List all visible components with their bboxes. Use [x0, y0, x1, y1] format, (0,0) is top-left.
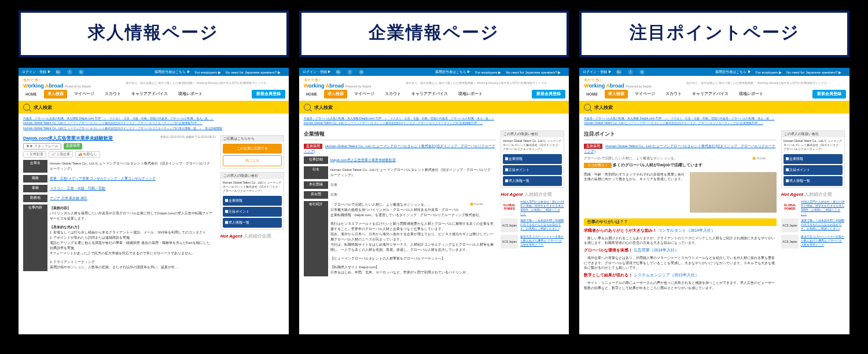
apply-button[interactable]: この仕事に応募する	[223, 144, 282, 154]
topbar: ログイン・登録 ▶ G+ f in 採用担当者はこちら ▶ For employ…	[19, 68, 289, 76]
row-occ-value[interactable]: 営業・広告/メディア営業 コンサルティング・人事コンサルティング	[47, 175, 216, 183]
joblist-button[interactable]: 求人情報一覧	[223, 218, 282, 228]
mini-page-3: ログイン・登録 ▶G+fin採用担当者はこちら ▶For employers ▶…	[579, 68, 849, 334]
hot-item[interactable]: GLOBAL POWER外国人専門の人材会社！安心の14年の実績。留学生を仕させ…	[501, 200, 564, 216]
direct-badge: 直接採用	[64, 143, 82, 149]
facebook-icon[interactable]: f	[67, 70, 72, 75]
apply-heading: ご応募はこちらから	[221, 136, 284, 142]
nav: HOME 求人検索 マイページ スカウト キャリアアドバイス 現地レポート 新規…	[19, 90, 289, 101]
title-job: 求人情報ページ	[19, 10, 289, 57]
highlight-button[interactable]: 注目ポイント	[223, 207, 282, 217]
title-company: 企業情報ページ	[299, 10, 569, 57]
mini-page-2: ログイン・登録 ▶G+fin採用担当者はこちら ▶For employers ▶…	[299, 68, 569, 334]
search-bar: 求人検索	[19, 101, 289, 114]
row-loc-label: 勤務地	[23, 195, 47, 202]
noneed-link[interactable]: No need for Japanese speakers? ▶	[226, 70, 281, 74]
row-company-label: 企業名	[23, 160, 47, 173]
human-logo: 🙂 Human	[742, 156, 777, 167]
section-heading: 企業情報	[304, 130, 496, 140]
social-icons: G+ f in	[56, 70, 89, 75]
row-loc-value[interactable]: アジア 日本 東京都 港区	[47, 195, 216, 202]
linkedin-icon[interactable]: in	[79, 70, 84, 75]
login-link[interactable]: ログイン・登録 ▶	[22, 70, 51, 75]
badge-female: ♀ 女性歓迎	[23, 151, 46, 158]
mini-page-1: ログイン・登録 ▶ G+ f in 採用担当者はこちら ▶ For employ…	[19, 68, 289, 334]
job-dates: 更新日 2019-03-01 掲載終了日 2019-08-31	[160, 135, 215, 138]
row-job-value: 【業務内容】 バイリンガル人材を採用したい外資系や日系グローバル企業に対してDa…	[47, 205, 216, 271]
hot-agent-heading: Hot Agent 人材紹介企業	[220, 233, 284, 239]
direct-tag: 直接採用	[304, 144, 322, 149]
staff-level-badge: ★★ スタッフレベル	[23, 143, 61, 149]
gplus-icon[interactable]: G+	[56, 70, 61, 75]
favorite-button[interactable]: 気になる	[223, 155, 282, 166]
job-title[interactable]: Daijob.com求人広告営業※業界未経験歓迎	[23, 135, 113, 141]
selling-text: 多くのグローバル人材がDaijobで活躍しています	[613, 163, 702, 167]
title-highlight: 注目ポイントページ	[579, 10, 849, 57]
hot-item[interactable]: ACS Japan資金広告上げのベンチャー企業から数えあげた優秀な グローバル人…	[501, 235, 564, 249]
company-link[interactable]: Human Global Talent Co., Ltd./ヒューマングローバル…	[304, 144, 495, 153]
sidebar: ご応募はこちらから この仕事に応募する 気になる この求人の取扱い会社 Huma…	[220, 135, 284, 271]
logo-area: 海外で 働く Working Abroad Powered by Daijob …	[19, 76, 289, 90]
tagline: 海外求人・海外就職など 海外で働くお仕事情報満載！ Working Abroad…	[126, 81, 269, 85]
company-info-button[interactable]: 企業情報	[223, 196, 282, 206]
badge-listed: 📈 上場企業	[49, 151, 73, 158]
search-label: 求人検索	[34, 104, 52, 111]
nav-scout[interactable]: スカウト	[101, 90, 124, 98]
employers-en[interactable]: For employers ▶	[195, 70, 221, 74]
human-logo: 🙂 Human	[459, 202, 494, 213]
register-button[interactable]: 新規会員登録	[252, 90, 285, 98]
col-job-info: 求人情報ページ ログイン・登録 ▶ G+ f in 採用担当者はこちら ▶ Fo…	[19, 10, 289, 334]
nav-search[interactable]: 求人検索	[44, 90, 67, 98]
nav-home[interactable]: HOME	[22, 90, 41, 98]
handler-company: Human Global Talent Co., Ltd./ヒューマングローバル…	[221, 179, 284, 195]
row-job-label: 仕事内容	[23, 205, 47, 271]
selling-tag: ココが売り！	[584, 163, 612, 168]
nav-report[interactable]: 現地レポート	[175, 90, 206, 98]
handler-heading: この求人の取扱い会社	[221, 173, 284, 179]
hot-item[interactable]: ACS Japan滋賀で唯一！日本語不問！外国籍の方でもものしたならお任せです。…	[501, 218, 564, 232]
sub-heading: 仕事のやりがいは？？	[584, 218, 777, 226]
row-occ-label: 職種	[23, 175, 47, 183]
row-ind-label: 業種	[23, 185, 47, 192]
col-highlight: 注目ポイントページ ログイン・登録 ▶G+fin採用担当者はこちら ▶For e…	[579, 10, 849, 334]
row-ind-value[interactable]: マスコミ・広告・出版・印刷／芸能	[47, 185, 216, 192]
employers-jp[interactable]: 採用担当者はこちら ▶	[155, 70, 190, 75]
company-intro: 🙂 Human 「グローバルで活躍したい人材に、より最適なポジションを。」 日本…	[328, 201, 496, 276]
nav-career[interactable]: キャリアアドバイス	[128, 90, 171, 98]
search-icon	[23, 104, 30, 111]
logo[interactable]: Working Abroad Powered by Daijob	[23, 83, 91, 89]
nav-mypage[interactable]: マイページ	[71, 90, 98, 98]
breadcrumb: 外資系・グローバル企業の転職・求人情報 Daijob.com TOP ＞ マスコ…	[19, 114, 289, 133]
section-heading: 注目ポイント	[584, 130, 777, 140]
badge-norelo: 🚚 転勤なし	[75, 151, 100, 158]
main-content: Daijob.com求人広告営業※業界未経験歓迎 更新日 2019-03-01 …	[23, 135, 216, 271]
row-company-value: Human Global Talent Co., Ltd./ヒューマングローバル…	[47, 160, 216, 173]
col-company-info: 企業情報ページ ログイン・登録 ▶G+fin採用担当者はこちら ▶For emp…	[299, 10, 569, 334]
staff-photo	[690, 172, 777, 213]
